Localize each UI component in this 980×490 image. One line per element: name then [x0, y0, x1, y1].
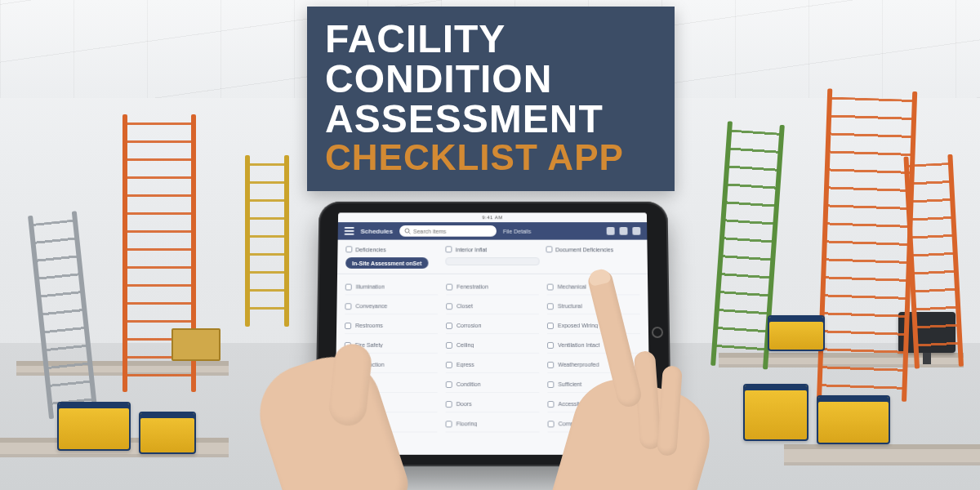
banner-line-4: CHECKLIST APP	[325, 140, 657, 176]
toolbox	[139, 412, 196, 454]
checkbox-icon[interactable]	[547, 381, 554, 387]
desk-foreground	[784, 444, 980, 466]
filter-option[interactable]: Document Deficiencies	[546, 246, 639, 252]
checklist-item-label: Ceiling	[457, 342, 474, 348]
checkbox-icon[interactable]	[547, 401, 554, 408]
header-actions	[607, 227, 641, 235]
search-input[interactable]	[399, 225, 497, 237]
checklist-item-label: Flooring	[457, 421, 478, 426]
checkbox-icon[interactable]	[446, 361, 452, 368]
app-title: Schedules	[360, 227, 393, 234]
checklist-item-label: Egress	[457, 362, 474, 368]
checkbox-icon[interactable]	[547, 283, 554, 290]
toolbox	[817, 395, 890, 444]
checklist-item-label: Mechanical	[558, 284, 586, 290]
ladder-icon	[817, 88, 917, 402]
home-button[interactable]	[652, 327, 663, 338]
header-action-icon[interactable]	[619, 227, 627, 235]
filter-label: Document Deficiencies	[555, 247, 613, 252]
status-bar: 9:41 AM	[338, 212, 647, 222]
checkbox-icon[interactable]	[446, 246, 452, 252]
checklist-item-label: Ventilation Intact	[558, 342, 599, 348]
header-action-icon[interactable]	[632, 227, 640, 235]
menu-icon[interactable]	[345, 227, 354, 235]
ladder-icon	[245, 155, 289, 327]
checklist-item[interactable]: Conveyance	[345, 298, 438, 314]
ladder-icon	[903, 154, 964, 369]
toolbox	[743, 384, 808, 441]
svg-line-1	[408, 232, 410, 234]
header-link[interactable]: File Details	[503, 228, 531, 234]
checkbox-icon[interactable]	[345, 323, 351, 329]
toolbox	[768, 315, 825, 351]
svg-point-0	[405, 229, 409, 233]
banner-line-2: CONDITION	[325, 60, 657, 100]
checkbox-icon[interactable]	[345, 283, 352, 290]
filter-option[interactable]: Interior Inflat	[446, 246, 539, 252]
checkbox-icon[interactable]	[547, 323, 554, 329]
checkbox-icon[interactable]	[548, 421, 555, 427]
checklist-item-label: Weatherproofed	[558, 362, 599, 368]
checklist-item[interactable]: Ceiling	[446, 337, 539, 354]
checklist-item-label: Exposed Wiring	[558, 323, 598, 328]
filter-option[interactable]: Deficiencies	[345, 246, 439, 252]
checkbox-icon[interactable]	[547, 341, 554, 348]
checklist-item-label: Structural	[558, 303, 582, 309]
checkbox-icon[interactable]	[547, 303, 554, 310]
status-time: 9:41 AM	[482, 215, 502, 220]
title-banner: FACILITY CONDITION ASSESSMENT CHECKLIST …	[307, 7, 675, 191]
checklist-item[interactable]: Egress	[446, 357, 539, 373]
checklist-item-label: Fenestration	[457, 284, 488, 290]
checklist-item[interactable]: Restrooms	[345, 318, 438, 334]
checkbox-icon[interactable]	[445, 421, 452, 427]
checkbox-icon[interactable]	[446, 341, 452, 348]
checklist-item[interactable]: Exposed Wiring	[547, 318, 640, 334]
checklist-item-label: Restrooms	[355, 323, 383, 328]
checkbox-icon[interactable]	[345, 246, 352, 252]
checkbox-icon[interactable]	[446, 283, 452, 290]
filter-label: Interior Inflat	[456, 247, 488, 252]
checklist-item[interactable]: Illumination	[345, 279, 439, 296]
checklist-item[interactable]: Doors	[446, 396, 540, 412]
checkbox-icon[interactable]	[446, 303, 452, 310]
checklist-item[interactable]: Closet	[446, 298, 539, 314]
primary-pill-button[interactable]: In-Site Assessment onSet	[345, 257, 428, 269]
crate	[172, 328, 220, 361]
app-header: Schedules File Details	[338, 222, 648, 239]
banner-line-3: ASSESSMENT	[325, 100, 657, 140]
checklist-item[interactable]: Corrosion	[446, 318, 539, 334]
checklist-item-label: Conveyance	[355, 303, 387, 309]
checklist-item-label: Sufficient	[558, 381, 581, 387]
header-action-icon[interactable]	[607, 227, 615, 235]
banner-line-1: FACILITY	[325, 20, 657, 60]
text-input-placeholder[interactable]	[446, 257, 540, 265]
checklist-item-label: Illumination	[356, 284, 385, 290]
checklist-item[interactable]: Fenestration	[446, 279, 539, 296]
checkbox-icon[interactable]	[446, 323, 452, 329]
filter-label: Deficiencies	[355, 247, 386, 252]
checkbox-icon[interactable]	[547, 361, 554, 368]
checklist-item-label: Condition	[457, 381, 481, 387]
checkbox-icon[interactable]	[446, 381, 452, 387]
toolbox	[57, 402, 131, 451]
checklist-item-label: Closet	[457, 303, 473, 309]
checkbox-icon[interactable]	[546, 246, 552, 252]
checklist-item-label: Corrosion	[457, 323, 481, 328]
search-field[interactable]	[413, 228, 492, 234]
checklist-item[interactable]: Condition	[446, 376, 540, 393]
checkbox-icon[interactable]	[446, 401, 452, 408]
checkbox-icon[interactable]	[345, 303, 351, 310]
checklist-item-label: Doors	[457, 401, 472, 407]
search-icon	[404, 228, 411, 234]
promo-scene: FACILITY CONDITION ASSESSMENT CHECKLIST …	[0, 0, 980, 490]
checklist-item[interactable]: Flooring	[445, 416, 539, 432]
